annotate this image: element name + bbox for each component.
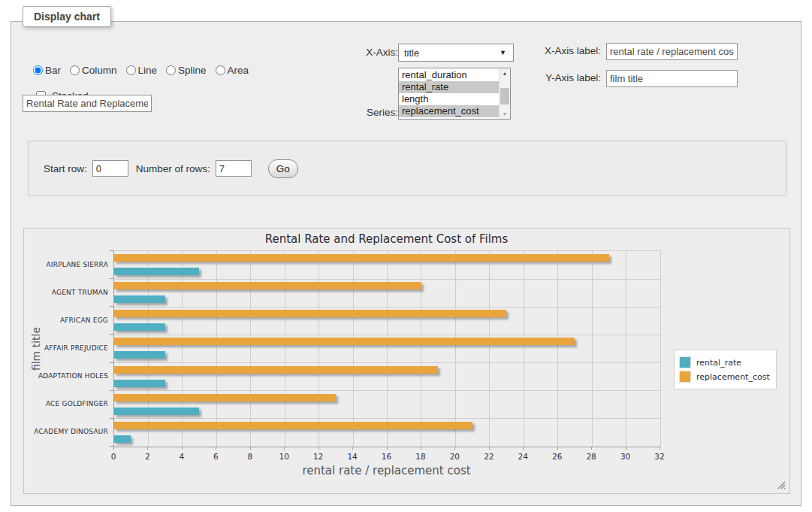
- x-tick: [352, 447, 353, 450]
- y-tick: [110, 362, 113, 363]
- x-tick: [626, 447, 626, 450]
- y-tick: [110, 278, 113, 279]
- x-tick-label: 32: [644, 452, 675, 461]
- series-option-length[interactable]: length: [399, 93, 500, 105]
- legend-entry: replacement_cost: [679, 371, 770, 383]
- scrollbar-thumb[interactable]: [500, 88, 509, 105]
- x-tick: [421, 447, 421, 450]
- chart-type-label-spline: Spline: [178, 65, 207, 76]
- y-tick: [110, 418, 113, 419]
- chart-type-radio-column[interactable]: [70, 65, 80, 75]
- x-tick-label: 8: [235, 452, 265, 461]
- page: Display chart BarColumnLineSplineArea St…: [0, 0, 812, 512]
- chart-type-label-area: Area: [228, 65, 249, 76]
- gridline-vertical: [592, 251, 593, 447]
- x-axis-label: X-Axis:: [327, 47, 398, 58]
- y-tick: [110, 306, 113, 307]
- start-row-label: Start row:: [44, 163, 87, 174]
- gridline-vertical: [489, 251, 490, 447]
- gridline-vertical: [353, 251, 354, 447]
- bar-rental_rate: [114, 435, 131, 443]
- x-tick-label: 22: [474, 452, 504, 461]
- x-tick: [284, 447, 285, 450]
- y-tick: [110, 334, 113, 335]
- gridline-vertical: [557, 251, 558, 447]
- gridline-vertical: [455, 251, 456, 447]
- bar-replacement_cost: [114, 422, 472, 429]
- x-tick-label: 6: [201, 452, 231, 461]
- x-tick: [182, 447, 183, 450]
- x-tick-label: 28: [576, 452, 606, 461]
- num-rows-input[interactable]: [216, 160, 252, 177]
- gridline-vertical: [387, 251, 388, 447]
- x-axis-selected-value: title: [404, 47, 419, 59]
- x-tick-label: 24: [508, 452, 538, 461]
- gridline-vertical: [626, 251, 626, 447]
- bar-replacement_cost: [114, 338, 575, 345]
- gridline-vertical: [182, 251, 183, 447]
- resize-grip[interactable]: [776, 480, 786, 489]
- x-tick-label: 16: [372, 452, 402, 461]
- x-tick: [454, 447, 455, 450]
- chart-type-radio-bar[interactable]: [33, 65, 43, 75]
- bar-rental_rate: [114, 295, 165, 303]
- x-tick-label: 26: [542, 452, 572, 461]
- chart-legend: rental_ratereplacement_cost: [674, 350, 777, 389]
- bar-rental_rate: [114, 407, 199, 415]
- legend-swatch: [679, 371, 691, 383]
- gridline-horizontal: [114, 307, 660, 308]
- x-tick: [660, 447, 660, 450]
- x-tick-label: 18: [406, 452, 436, 461]
- legend-entry: rental_rate: [679, 356, 770, 368]
- bar-replacement_cost: [114, 394, 336, 401]
- x-axis-label-input[interactable]: [606, 43, 738, 60]
- x-tick-label: 20: [439, 452, 469, 461]
- x-tick-label: 2: [132, 452, 162, 461]
- gridline-vertical: [216, 251, 217, 447]
- gridline-vertical: [421, 251, 421, 447]
- gridline-vertical: [250, 251, 251, 447]
- chart-type-radio-area[interactable]: [216, 65, 225, 75]
- num-rows-label: Number of rows:: [136, 163, 210, 174]
- gridline-horizontal: [114, 390, 660, 391]
- legend-swatch: [679, 356, 691, 368]
- x-tick: [523, 447, 524, 450]
- scroll-down-icon[interactable]: ▼: [500, 109, 510, 119]
- y-axis-label-input[interactable]: [606, 70, 738, 87]
- bar-replacement_cost: [114, 254, 609, 262]
- bar-rental_rate: [114, 351, 165, 359]
- x-tick: [113, 447, 114, 450]
- bar-replacement_cost: [114, 366, 438, 374]
- fieldset-legend: Display chart: [23, 6, 111, 27]
- go-button[interactable]: Go: [268, 159, 298, 178]
- chart-type-radio-spline[interactable]: [166, 65, 176, 75]
- x-axis-label-field-label: X-Axis label:: [484, 45, 601, 56]
- chart-y-axis-title: film title: [30, 304, 42, 394]
- gridline-vertical: [524, 251, 524, 447]
- x-tick: [591, 447, 592, 450]
- series-option-replacement_cost[interactable]: replacement_cost: [399, 105, 500, 117]
- start-row-input[interactable]: [92, 160, 128, 177]
- chart-type-radio-line[interactable]: [126, 65, 136, 75]
- legend-label: replacement_cost: [696, 372, 770, 382]
- y-tick: [110, 446, 113, 447]
- rows-fieldset: Start row: Number of rows: Go: [28, 141, 786, 196]
- legend-label: rental_rate: [696, 358, 741, 368]
- bar-rental_rate: [114, 380, 165, 387]
- y-tick: [110, 390, 113, 391]
- chart-type-label-bar: Bar: [45, 65, 61, 76]
- bar-replacement_cost: [114, 310, 506, 317]
- gridline-vertical: [148, 251, 149, 447]
- chart-type-label-column: Column: [82, 65, 117, 76]
- chart-title: Rental Rate and Replacement Cost of Film…: [113, 232, 660, 246]
- x-tick: [250, 447, 251, 450]
- x-tick-label: 0: [98, 452, 128, 461]
- chart-title-input[interactable]: [23, 95, 152, 112]
- gridline-vertical: [318, 251, 319, 447]
- category-label: AGENT TRUMAN: [24, 289, 108, 296]
- gridline-horizontal: [114, 362, 660, 363]
- x-tick-label: 4: [167, 452, 197, 461]
- x-tick: [147, 447, 148, 450]
- gridline-horizontal: [114, 335, 660, 335]
- x-tick-label: 10: [269, 452, 299, 461]
